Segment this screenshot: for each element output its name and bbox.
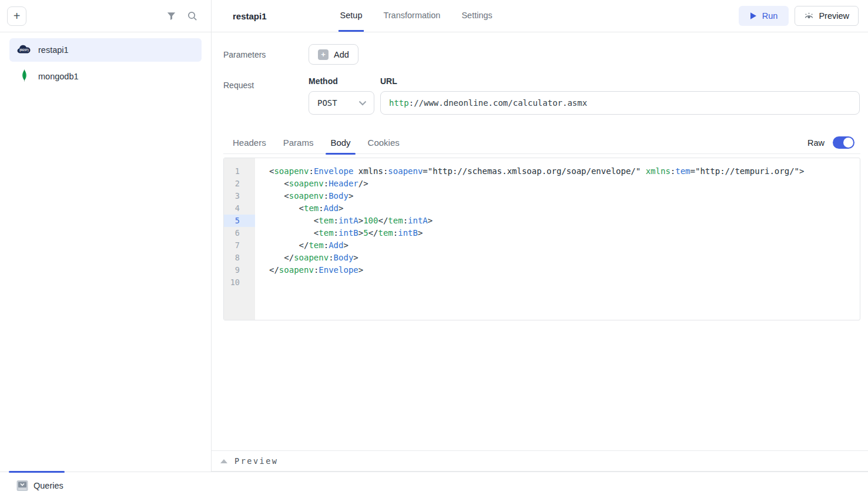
method-column: Method POST	[309, 76, 374, 115]
body-subtabs-row: Headers Params Body Cookies Raw	[223, 132, 860, 154]
line-number: 4	[224, 202, 255, 215]
parameters-row: Parameters + Add	[223, 44, 358, 65]
main-panel: restapi1 Setup Transformation Settings R…	[212, 0, 868, 472]
line-number: 1	[224, 165, 255, 178]
header-actions: Run Preview	[739, 0, 868, 32]
sidebar: + (REST) restapi1	[0, 0, 212, 472]
line-number: 2	[224, 178, 255, 190]
tab-setup[interactable]: Setup	[339, 0, 364, 32]
line-number: 3	[224, 190, 255, 202]
raw-label: Raw	[807, 138, 825, 148]
tab-transformation[interactable]: Transformation	[381, 0, 442, 32]
query-title: restapi1	[233, 0, 267, 32]
filter-icon[interactable]	[163, 8, 179, 24]
eye-icon	[804, 11, 814, 21]
query-list: (REST) restapi1 mongodb1	[0, 32, 211, 97]
sidebar-item-label: restapi1	[38, 45, 69, 55]
rest-api-cloud-icon: (REST)	[16, 44, 32, 56]
code-editor[interactable]: 12345678910 <soapenv:Envelope xmlns:soap…	[223, 158, 860, 320]
tab-settings[interactable]: Settings	[460, 0, 494, 32]
tab-queries[interactable]: Queries	[16, 472, 63, 498]
code-line[interactable]: <tem:intA>100</tem:intA>	[269, 215, 860, 227]
request-label: Request	[223, 76, 309, 115]
code-line[interactable]: <tem:intB>5</tem:intB>	[269, 227, 860, 239]
plus-icon: +	[318, 49, 329, 60]
method-select[interactable]: POST	[309, 91, 374, 115]
play-icon	[750, 12, 757, 20]
parameters-label: Parameters	[223, 50, 309, 59]
mongodb-leaf-icon	[16, 69, 32, 83]
main-header: restapi1 Setup Transformation Settings R…	[212, 0, 868, 32]
preview-bar-label: Preview	[234, 456, 278, 466]
tab-params[interactable]: Params	[283, 132, 314, 153]
url-input[interactable]: http://www.dneonline.com/calculator.asmx	[380, 91, 860, 115]
bottom-bar: Queries	[0, 472, 868, 498]
code-line[interactable]: <soapenv:Header/>	[269, 178, 860, 190]
method-label: Method	[309, 76, 374, 91]
preview-button[interactable]: Preview	[795, 6, 859, 26]
line-number: 9	[224, 264, 255, 276]
line-number: 7	[224, 239, 255, 252]
line-number: 6	[224, 227, 255, 239]
sidebar-item-restapi1[interactable]: (REST) restapi1	[9, 38, 202, 62]
code-area[interactable]: <soapenv:Envelope xmlns:soapenv="http://…	[255, 158, 860, 320]
line-number: 10	[224, 276, 255, 289]
line-number: 5	[224, 215, 255, 227]
header-tabs: Setup Transformation Settings	[339, 0, 494, 32]
tab-cookies[interactable]: Cookies	[368, 132, 400, 153]
url-column: URL http://www.dneonline.com/calculator.…	[380, 76, 860, 115]
body-subtabs: Headers Params Body Cookies	[233, 132, 400, 153]
add-parameter-button[interactable]: + Add	[309, 44, 358, 65]
sidebar-item-mongodb1[interactable]: mongodb1	[9, 65, 202, 88]
chevron-down-icon	[358, 101, 367, 106]
code-line[interactable]: </soapenv:Body>	[269, 252, 860, 264]
code-line[interactable]: <soapenv:Envelope xmlns:soapenv="http://…	[269, 165, 860, 178]
search-icon[interactable]	[184, 8, 200, 24]
raw-toggle-group: Raw	[807, 136, 860, 149]
code-line[interactable]: <soapenv:Body>	[269, 190, 860, 202]
queries-icon	[16, 480, 28, 492]
url-label: URL	[380, 76, 860, 91]
code-line[interactable]: </soapenv:Envelope>	[269, 264, 860, 276]
run-button[interactable]: Run	[739, 6, 789, 26]
tab-headers[interactable]: Headers	[233, 132, 266, 153]
request-row: Request Method POST URL http://www.dneon…	[223, 76, 860, 115]
new-query-button[interactable]: +	[7, 6, 26, 26]
toggle-knob	[843, 138, 853, 148]
sidebar-item-label: mongodb1	[38, 72, 79, 81]
code-line[interactable]	[269, 276, 860, 289]
code-line[interactable]: </tem:Add>	[269, 239, 860, 252]
tab-body[interactable]: Body	[330, 132, 350, 153]
line-number: 8	[224, 252, 255, 264]
sidebar-header: +	[0, 0, 211, 32]
line-number-gutter: 12345678910	[224, 158, 255, 320]
code-line[interactable]: <tem:Add>	[269, 202, 860, 215]
raw-toggle[interactable]	[833, 136, 854, 149]
response-preview-bar[interactable]: Preview	[212, 450, 868, 472]
queries-label: Queries	[33, 481, 63, 490]
svg-text:(REST): (REST)	[19, 49, 29, 52]
collapse-up-icon	[220, 459, 227, 463]
